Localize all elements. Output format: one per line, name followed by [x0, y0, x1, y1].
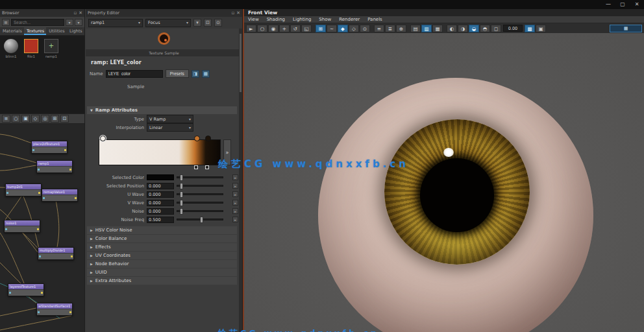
slider-track[interactable]	[177, 202, 223, 204]
menu-view[interactable]: View	[248, 17, 259, 22]
tab-utilities[interactable]: Utilities	[46, 27, 67, 35]
graph-node[interactable]: bump2d1	[5, 184, 42, 196]
close-icon[interactable]: ✕	[79, 10, 82, 16]
paint-select-icon[interactable]: ◉	[268, 25, 279, 32]
selected-color-swatch[interactable]	[147, 174, 174, 180]
grid-icon[interactable]: ⊞	[51, 115, 59, 123]
filter-icon[interactable]: ≡	[2, 19, 10, 26]
graph-node[interactable]: multiplyDivide1	[38, 247, 74, 260]
section-extra-attributes[interactable]: Extra Attributes	[87, 277, 237, 285]
textured-icon[interactable]: ◒	[469, 25, 479, 32]
slider-handle[interactable]	[180, 174, 183, 181]
ramp-texture-swatch[interactable]: +	[44, 39, 58, 53]
value-field[interactable]: 0.000	[147, 183, 174, 189]
ramp-stop-handle[interactable]	[205, 136, 211, 141]
menu-shading[interactable]: Shading	[267, 17, 285, 22]
search-icon[interactable]: ○	[12, 115, 20, 123]
section-ramp-attributes[interactable]: Ramp Attributes	[87, 106, 237, 114]
graph-node[interactable]: ramp1	[36, 160, 73, 173]
presets-button[interactable]: Presets	[166, 69, 189, 78]
map-button-icon[interactable]	[232, 217, 238, 222]
name-field[interactable]	[106, 70, 163, 78]
viewport-canvas[interactable]	[244, 33, 644, 332]
slider-track[interactable]	[177, 210, 223, 212]
view-mode-dropdown-icon[interactable]	[75, 19, 82, 26]
minimize-button[interactable]: —	[601, 0, 615, 9]
xray-icon[interactable]: ◻	[491, 25, 501, 32]
panel-splitter[interactable]	[243, 9, 244, 332]
lasso-tool-icon[interactable]: ○	[257, 25, 267, 32]
scale-tool-icon[interactable]: ◱	[301, 25, 312, 32]
rotate-tool-icon[interactable]: ↺	[290, 25, 301, 32]
ramp-gradient[interactable]	[99, 139, 221, 165]
render-settings-icon[interactable]: ▦	[432, 25, 443, 32]
dock-icon[interactable]: ▫	[73, 10, 77, 16]
slider-handle[interactable]	[200, 217, 203, 223]
sort-dropdown-icon[interactable]	[66, 19, 73, 26]
section-effects[interactable]: Effects	[87, 243, 237, 251]
dock-icon[interactable]: ▫	[231, 10, 234, 16]
plane-snap-icon[interactable]: ◇	[349, 25, 359, 32]
slider-handle[interactable]	[180, 183, 183, 189]
section-uuid[interactable]: UUID	[87, 268, 237, 276]
slider-track[interactable]	[177, 193, 223, 195]
value-field[interactable]: 0.000	[147, 200, 174, 206]
output-connections-icon[interactable]: ≣	[385, 25, 395, 32]
search-input[interactable]	[11, 19, 64, 26]
value-field[interactable]: 0.000	[147, 191, 174, 198]
graph-node[interactable]: layeredTexture1	[8, 283, 44, 296]
tab-materials[interactable]: Materials	[0, 27, 24, 35]
camera-attributes-icon[interactable]: ▣	[536, 25, 546, 32]
copy-tab-icon[interactable]: ⊡	[204, 19, 212, 27]
menu-lighting[interactable]: Lighting	[293, 17, 311, 22]
ramp-delete-handle[interactable]	[194, 165, 198, 169]
frame-all-icon[interactable]: ⊡	[60, 115, 69, 123]
close-button[interactable]: ✕	[630, 0, 644, 9]
section-hsv-color-noise[interactable]: HSV Color Noise	[87, 226, 237, 234]
swatch-item[interactable]: file1	[23, 39, 40, 58]
tab-lights[interactable]: Lights	[67, 27, 84, 35]
node-selector-dropdown[interactable]: ramp1	[88, 19, 143, 27]
select-tool-icon[interactable]: ►	[246, 25, 256, 32]
material-preview-swatch[interactable]	[158, 32, 170, 45]
menu-panels[interactable]: Panels	[367, 17, 382, 22]
show-hide-attrs-icon[interactable]: ◨	[192, 70, 199, 78]
grid-snap-icon[interactable]: ⊞	[316, 25, 326, 32]
slider-track[interactable]	[177, 185, 223, 187]
map-button-icon[interactable]	[232, 208, 238, 214]
tab-textures[interactable]: Textures	[24, 27, 46, 35]
graph-node[interactable]: remapValue1	[42, 189, 78, 202]
map-button-icon[interactable]	[232, 191, 238, 197]
swatch-item[interactable]: blinn1	[3, 39, 19, 58]
move-tool-icon[interactable]: +	[279, 25, 290, 32]
construction-history-icon[interactable]: ⊕	[396, 25, 406, 32]
map-button-icon[interactable]	[232, 200, 238, 206]
target-icon[interactable]: ◎	[41, 115, 49, 123]
close-icon[interactable]: ✕	[236, 10, 240, 16]
toolbar-value-field[interactable]: 0.00	[503, 25, 523, 32]
graph-node[interactable]: place2dTexture1	[31, 141, 68, 154]
menu-show[interactable]: Show	[319, 17, 331, 22]
lights-icon[interactable]: ◓	[480, 25, 490, 32]
open-texture-icon[interactable]: ▦	[202, 70, 210, 78]
file-texture-swatch[interactable]	[24, 39, 38, 53]
section-uv-coordinates[interactable]: UV Coordinates	[87, 252, 237, 259]
texture-status-box[interactable]: ▦	[610, 25, 642, 32]
section-color-balance[interactable]: Color Balance	[87, 235, 237, 243]
slider-handle[interactable]	[180, 200, 183, 206]
ipr-render-icon[interactable]: ▥	[421, 25, 432, 32]
map-button-icon[interactable]	[232, 183, 238, 189]
maximize-button[interactable]: ▢	[615, 0, 630, 9]
scrollbar[interactable]	[239, 29, 242, 332]
ramp-stop-handle[interactable]	[100, 136, 106, 141]
value-field[interactable]: 0.000	[147, 208, 174, 215]
graph-node[interactable]: aiStandardSurface1	[36, 303, 73, 316]
render-icon[interactable]: ▤	[410, 25, 421, 32]
point-snap-icon[interactable]: ◆	[338, 25, 348, 32]
ramp-stop-handle[interactable]	[194, 136, 200, 141]
focus-dropdown[interactable]: Focus	[145, 19, 191, 27]
menu-icon[interactable]: ≡	[2, 115, 10, 123]
section-node-behavior[interactable]: Node Behavior	[87, 260, 237, 268]
slider-track[interactable]	[177, 219, 223, 220]
slider-handle[interactable]	[180, 191, 183, 198]
